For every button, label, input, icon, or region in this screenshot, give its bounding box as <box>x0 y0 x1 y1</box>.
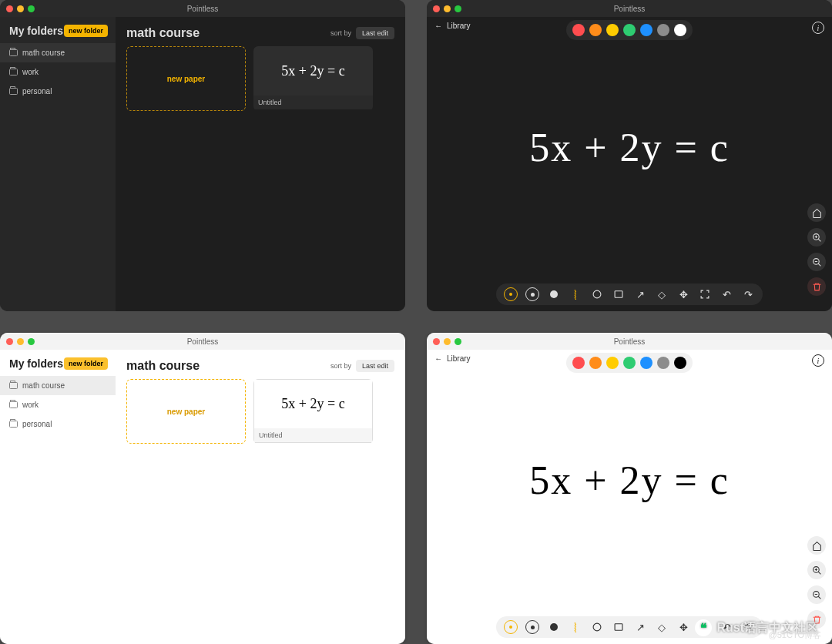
fullscreen-icon[interactable] <box>455 5 461 12</box>
zoom-out-button[interactable] <box>807 253 826 271</box>
redo-button[interactable]: ↷ <box>741 620 755 634</box>
folder-icon <box>9 382 18 389</box>
color-swatch-white[interactable] <box>674 24 686 36</box>
paper-thumbnail: 5x + 2y = c <box>253 46 373 96</box>
home-button[interactable] <box>807 536 826 555</box>
window-title: Pointless <box>0 337 405 346</box>
zoom-out-button[interactable] <box>807 585 826 604</box>
circle-tool-button[interactable] <box>590 287 604 301</box>
sort-value[interactable]: Last edit <box>356 360 394 372</box>
color-swatch-yellow[interactable] <box>606 357 619 369</box>
circle-tool-button[interactable] <box>590 620 604 634</box>
titlebar: Pointless <box>0 333 405 350</box>
traffic-lights <box>6 5 35 12</box>
new-paper-button[interactable]: new paper <box>126 46 246 111</box>
move-tool-button[interactable]: ✥ <box>676 620 690 634</box>
fit-screen-button[interactable] <box>698 287 712 301</box>
arrow-left-icon: ← <box>434 354 442 363</box>
close-icon[interactable] <box>433 5 440 12</box>
paper-card[interactable]: 5x + 2y = c Untitled <box>253 379 373 444</box>
new-folder-button[interactable]: new folder <box>64 357 108 370</box>
color-swatch-gray[interactable] <box>657 24 669 36</box>
new-folder-button[interactable]: new folder <box>64 25 108 37</box>
color-swatch-blue[interactable] <box>640 24 653 36</box>
color-swatch-yellow[interactable] <box>606 24 619 36</box>
brush-large-button[interactable] <box>547 287 561 301</box>
info-button[interactable]: i <box>812 354 824 367</box>
paper-caption: Untitled <box>253 428 373 443</box>
brush-small-button[interactable] <box>504 620 518 634</box>
minimize-icon[interactable] <box>17 338 24 345</box>
svg-line-1 <box>818 239 820 241</box>
brush-small-button[interactable] <box>504 287 518 301</box>
page-title: math course <box>126 26 200 40</box>
eraser-button[interactable]: ◇ <box>655 620 669 634</box>
window-title: Pointless <box>427 337 832 346</box>
trash-button[interactable] <box>807 610 826 629</box>
sidebar-item-math[interactable]: math course <box>0 376 116 395</box>
fullscreen-icon[interactable] <box>28 5 35 12</box>
home-button[interactable] <box>807 203 826 222</box>
drawing-content: 5x + 2y = c <box>427 125 832 170</box>
eraser-button[interactable]: ◇ <box>655 287 669 301</box>
rect-tool-button[interactable] <box>612 620 626 634</box>
close-icon[interactable] <box>433 338 440 345</box>
scribble-icon[interactable]: ⦚ <box>569 287 582 301</box>
zoom-in-button[interactable] <box>807 561 826 579</box>
close-icon[interactable] <box>6 5 13 12</box>
folder-label: math course <box>22 381 65 390</box>
sidebar-item-work[interactable]: work <box>0 395 116 414</box>
arrow-tool-button[interactable]: ↗ <box>633 620 647 634</box>
folder-label: personal <box>22 420 52 428</box>
color-swatch-orange[interactable] <box>589 357 602 369</box>
info-button[interactable]: i <box>812 22 824 34</box>
svg-rect-17 <box>615 624 622 630</box>
minimize-icon[interactable] <box>17 5 24 12</box>
undo-button[interactable]: ↶ <box>720 287 733 301</box>
sort-control[interactable]: sort by Last edit <box>330 360 394 372</box>
sort-value[interactable]: Last edit <box>356 27 394 39</box>
zoom-in-button[interactable] <box>807 228 826 247</box>
back-to-library-button[interactable]: ← Library <box>434 354 471 363</box>
color-swatch-orange[interactable] <box>589 24 602 36</box>
fullscreen-icon[interactable] <box>455 338 461 345</box>
fullscreen-icon[interactable] <box>28 338 35 345</box>
traffic-lights <box>433 338 461 345</box>
redo-button[interactable]: ↷ <box>741 287 755 301</box>
canvas[interactable]: ← Library i 5x + 2y = c ⦚ ↗ <box>427 350 832 644</box>
folder-label: math course <box>22 49 65 57</box>
paper-card[interactable]: 5x + 2y = c Untitled <box>253 46 373 111</box>
color-swatch-green[interactable] <box>623 357 636 369</box>
sidebar-item-work[interactable]: work <box>0 62 116 82</box>
sidebar-item-personal[interactable]: personal <box>0 414 116 434</box>
folder-icon <box>9 401 18 408</box>
color-swatch-gray[interactable] <box>657 357 669 369</box>
sidebar-item-math[interactable]: math course <box>0 43 116 62</box>
color-swatch-green[interactable] <box>623 24 636 36</box>
back-to-library-button[interactable]: ← Library <box>434 22 471 30</box>
new-paper-button[interactable]: new paper <box>126 379 246 444</box>
color-swatch-red[interactable] <box>572 357 585 369</box>
canvas[interactable]: ← Library i 5x + 2y = c ⦚ ↗ <box>427 17 832 311</box>
brush-large-button[interactable] <box>547 620 561 634</box>
sort-label: sort by <box>330 29 351 37</box>
color-swatch-black[interactable] <box>674 357 686 369</box>
rect-tool-button[interactable] <box>612 287 626 301</box>
arrow-tool-button[interactable]: ↗ <box>633 287 647 301</box>
trash-button[interactable] <box>807 277 826 296</box>
fit-screen-button[interactable] <box>698 620 712 634</box>
brush-medium-button[interactable] <box>525 287 539 301</box>
close-icon[interactable] <box>6 338 13 345</box>
titlebar: Pointless <box>427 333 832 350</box>
sort-control[interactable]: sort by Last edit <box>330 27 394 39</box>
undo-button[interactable]: ↶ <box>720 620 733 634</box>
minimize-icon[interactable] <box>444 5 451 12</box>
minimize-icon[interactable] <box>444 338 451 345</box>
move-tool-button[interactable]: ✥ <box>676 287 690 301</box>
color-swatch-red[interactable] <box>572 24 585 36</box>
scribble-icon[interactable]: ⦚ <box>569 620 582 634</box>
color-swatch-blue[interactable] <box>640 357 653 369</box>
brush-medium-button[interactable] <box>525 620 539 634</box>
sidebar-item-personal[interactable]: personal <box>0 82 116 101</box>
library-window-dark: Pointless My folders new folder math cou… <box>0 0 405 311</box>
